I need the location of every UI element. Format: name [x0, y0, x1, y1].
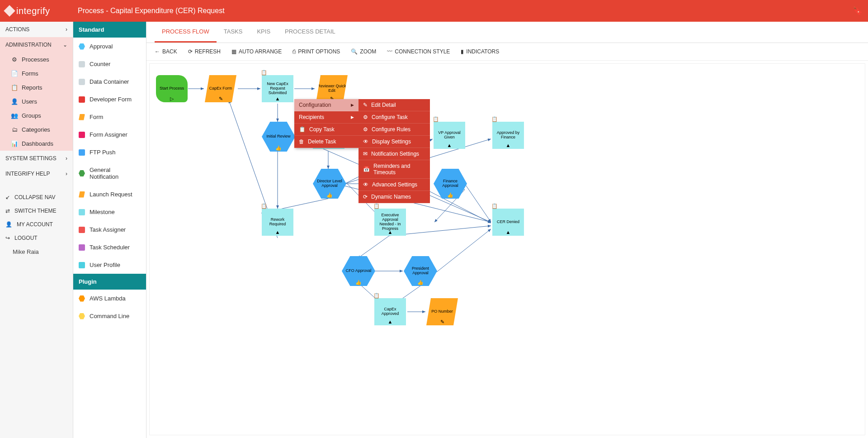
nav-system-settings[interactable]: SYSTEM SETTINGS ›: [0, 151, 73, 166]
node-label: Finance Approval: [435, 179, 466, 188]
nav-item-processes[interactable]: ⚙Processes: [0, 52, 73, 67]
node-director-approval[interactable]: 👥Director Level Approval👍: [313, 169, 346, 199]
tool-print[interactable]: ⎙PRINT OPTIONS: [292, 48, 340, 55]
nav-item-label: Categories: [22, 126, 50, 133]
thumb-icon: 👍: [275, 145, 282, 151]
topbar: integrify Process - Capital Expenditure …: [0, 0, 868, 22]
ctx-sub-display-settings[interactable]: 👁Display Settings: [359, 136, 430, 148]
tool-connection-style[interactable]: 〰CONNECTION STYLE: [387, 48, 450, 55]
palette-approval[interactable]: Approval: [73, 38, 146, 55]
palette-task-scheduler[interactable]: Task Scheduler: [73, 238, 146, 256]
palette-counter[interactable]: Counter: [73, 55, 146, 73]
node-vp-approval-given[interactable]: 📋VP Approval Given▲: [434, 122, 465, 149]
palette-item-label: Approval: [90, 43, 113, 50]
palette-data-container[interactable]: Data Container: [73, 73, 146, 90]
ctx-sub-configure-task[interactable]: ⚙Configure Task: [359, 111, 430, 124]
palette-form[interactable]: Form: [73, 108, 146, 126]
bookmark-icon[interactable]: 🔖: [853, 6, 863, 16]
node-label: Reviewer Quick Edit: [317, 84, 346, 93]
badge-icon: 👥: [425, 293, 432, 298]
ctx-configuration[interactable]: Configuration▶: [294, 99, 359, 111]
node-capex-approved[interactable]: 📋CapEx Approved▲: [374, 298, 406, 325]
nav-my-account[interactable]: 👤MY ACCOUNT: [0, 218, 73, 231]
palette-task-assigner[interactable]: Task Assigner: [73, 221, 146, 238]
nav-item-label: Groups: [22, 112, 41, 119]
arrow-right-icon: ▶: [351, 115, 354, 119]
nav-item-icon: 📋: [11, 84, 18, 91]
nav-collapse-nav[interactable]: ↙COLLAPSE NAV: [0, 190, 73, 204]
ctx-sub-icon: 👁: [363, 181, 368, 188]
tab-kpis[interactable]: KPIS: [250, 22, 278, 43]
badge-icon: 👥: [341, 251, 347, 256]
nav-bottom-icon: ↪: [5, 235, 10, 241]
node-reviewer-quick-edit[interactable]: 👥Reviewer Quick Edit✎: [316, 75, 348, 102]
ctx-sub-notification-settings[interactable]: ✉Notification Settings: [359, 148, 430, 160]
plugin-item-icon: [79, 313, 85, 319]
zoom-icon: 🔍: [351, 48, 358, 55]
nav-actions[interactable]: ACTIONS ›: [0, 22, 73, 37]
logo[interactable]: integrify: [5, 6, 73, 16]
nav-help[interactable]: INTEGRIFY HELP ›: [0, 166, 73, 181]
toolbar: ←BACK ⟳REFRESH ▦AUTO ARRANGE ⎙PRINT OPTI…: [146, 43, 868, 61]
ctx-recipients[interactable]: Recipients▶: [294, 111, 359, 124]
nav-help-label: INTEGRIFY HELP: [5, 171, 50, 177]
node-finance-approval[interactable]: 👥Finance Approval👍: [434, 169, 467, 199]
node-initial-review[interactable]: 👤Initial Review👍: [262, 122, 295, 152]
nav-item-dashboards[interactable]: 📊Dashboards: [0, 137, 73, 151]
tab-process-flow[interactable]: PROCESS FLOW: [155, 22, 217, 43]
thumb-icon: 👍: [355, 280, 362, 285]
nav-logout[interactable]: ↪LOGOUT: [0, 231, 73, 245]
ctx-sub-advanced-settings[interactable]: 👁Advanced Settings: [359, 179, 430, 191]
node-approved-by-finance[interactable]: 📋Approved by Finance▲: [492, 122, 524, 149]
node-start-process[interactable]: Start Process▷: [156, 75, 188, 102]
ctx-sub-dynamic-names[interactable]: ⟳Dynamic Names: [359, 191, 430, 203]
triangle-icon: ▲: [506, 143, 511, 148]
palette-milestone[interactable]: Milestone: [73, 203, 146, 221]
node-cer-denied[interactable]: 📋CER Denied▲: [492, 209, 524, 236]
palette-item-label: General Notification: [90, 167, 141, 180]
nav-item-reports[interactable]: 📋Reports: [0, 81, 73, 95]
palette-ftp-push[interactable]: FTP Push: [73, 143, 146, 161]
node-cfo-approval[interactable]: 👥CFO Approval👍: [342, 256, 375, 286]
palette-form-assigner[interactable]: Form Assigner: [73, 126, 146, 143]
palette-item-label: User Profile: [90, 262, 120, 268]
ctx-sub-reminders-and-timeouts[interactable]: 📅Reminders and Timeouts: [359, 160, 430, 179]
nav-administration[interactable]: ADMINISTRATION ⌄: [0, 37, 73, 52]
tool-auto-arrange[interactable]: ▦AUTO ARRANGE: [231, 48, 282, 55]
ctx-sub-configure-rules[interactable]: ⚙Configure Rules: [359, 124, 430, 136]
tool-indicators[interactable]: ▮INDICATORS: [461, 48, 499, 55]
ctx-delete-task[interactable]: 🗑Delete Task: [294, 136, 359, 148]
nav-item-forms[interactable]: 📄Forms: [0, 67, 73, 81]
node-po-number[interactable]: 👥PO Number✎: [426, 298, 458, 325]
node-new-capex-submitted[interactable]: 📋New CapEx Request Submitted▲: [262, 75, 293, 102]
plugin-aws-lambda[interactable]: AWS Lambda: [73, 290, 146, 307]
tool-refresh[interactable]: ⟳REFRESH: [188, 48, 221, 55]
nav-item-categories[interactable]: 🗂Categories: [0, 123, 73, 137]
ctx-sub-label: Advanced Settings: [372, 181, 417, 188]
palette-launch-request[interactable]: Launch Request: [73, 186, 146, 203]
nav-item-icon: 🗂: [11, 126, 18, 133]
node-exec-approval-needed[interactable]: 📋Executive Approval Needed - In Progress…: [374, 209, 406, 236]
node-rework-required[interactable]: 📋Rework Required▲: [262, 209, 293, 236]
tool-back[interactable]: ←BACK: [155, 48, 177, 55]
svg-line-20: [437, 229, 491, 272]
flow-canvas[interactable]: Start Process▷ 👤CapEx Form✎ 📋New CapEx R…: [149, 63, 865, 435]
tab-process-detail[interactable]: PROCESS DETAIL: [278, 22, 343, 43]
nav-item-groups[interactable]: 👥Groups: [0, 109, 73, 123]
tool-zoom[interactable]: 🔍ZOOM: [351, 48, 376, 55]
palette-user-profile[interactable]: User Profile: [73, 256, 146, 274]
nav-item-users[interactable]: 👤Users: [0, 95, 73, 109]
tab-tasks[interactable]: TASKS: [217, 22, 250, 43]
palette-developer-form[interactable]: Developer Form: [73, 90, 146, 108]
node-capex-form[interactable]: 👤CapEx Form✎: [205, 75, 236, 102]
nav-switch-theme[interactable]: ⇄SWITCH THEME: [0, 204, 73, 218]
back-arrow-icon: ←: [155, 48, 160, 55]
plugin-command-line[interactable]: Command Line: [73, 307, 146, 325]
triangle-icon: ▲: [506, 229, 511, 235]
pencil-icon: ✎: [219, 96, 223, 101]
palette-general-notification[interactable]: General Notification: [73, 161, 146, 186]
ctx-sub-edit-detail[interactable]: ✎Edit Detail: [359, 99, 430, 111]
palette-item-icon: [79, 262, 85, 268]
ctx-copy-task[interactable]: 📋Copy Task: [294, 124, 359, 136]
node-president-approval[interactable]: 👥President Approval👍: [404, 256, 437, 286]
